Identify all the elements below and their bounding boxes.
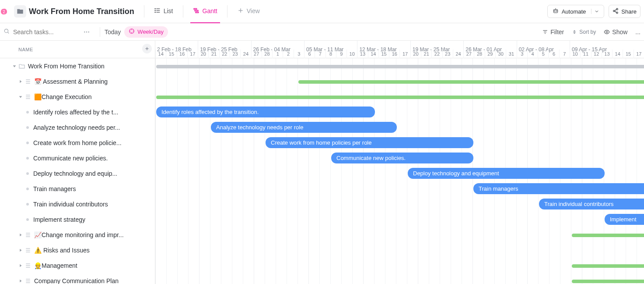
- svg-line-21: [8, 32, 9, 34]
- svg-rect-7: [195, 10, 198, 11]
- timeline-day-label: 4: [527, 50, 538, 58]
- tree-row-label: ⚠️ Risks and Issues: [34, 247, 90, 254]
- timeline-day-label: 7: [559, 50, 570, 58]
- show-button[interactable]: Show: [604, 28, 627, 36]
- gantt-task-bar[interactable]: Communicate new policies.: [331, 153, 473, 163]
- status-dot: [26, 126, 29, 129]
- gantt-task-bar[interactable]: Identify roles affected by the transitio…: [156, 106, 375, 117]
- svg-marker-30: [573, 32, 576, 34]
- gantt-task-bar[interactable]: Create work from home policies per role: [266, 137, 473, 148]
- gantt-summary-bar[interactable]: [572, 234, 644, 237]
- timeline-day-label: 31: [506, 50, 516, 58]
- tab-add-view-label: View: [247, 7, 260, 14]
- timeline-day-label: 12: [591, 50, 602, 58]
- svg-marker-35: [20, 80, 21, 83]
- chevron-down-icon[interactable]: [18, 95, 24, 99]
- tree-group-row[interactable]: ⚠️ Risks and Issues: [0, 242, 155, 258]
- gantt-task-label: Deploy technology and equipment: [413, 170, 499, 177]
- gantt-icon: [193, 7, 200, 15]
- svg-marker-55: [20, 279, 21, 282]
- list-icon: [154, 7, 161, 15]
- tree-row-label: Implement strategy: [33, 216, 85, 223]
- tree-group-row[interactable]: 📅 Assessment & Planning: [0, 74, 155, 89]
- gantt-summary-bar[interactable]: [572, 264, 644, 268]
- tree-group-row[interactable]: 🟧Change Execution: [0, 89, 155, 104]
- timeline-day-label: 14: [368, 50, 378, 58]
- chevron-right-icon[interactable]: [18, 263, 24, 268]
- task-tree: NAME Work From Home Transition📅 Assessme…: [0, 41, 155, 284]
- gantt-summary-bar[interactable]: [156, 96, 644, 99]
- svg-point-13: [556, 11, 557, 11]
- chevron-right-icon[interactable]: [18, 79, 24, 84]
- gantt-task-bar[interactable]: Train individual contributors: [539, 199, 644, 209]
- gantt-summary-bar[interactable]: [298, 80, 644, 84]
- timeline-day-label: 30: [495, 50, 506, 58]
- timeline-day-label: 21: [421, 50, 431, 58]
- tab-add-view[interactable]: View: [234, 0, 262, 23]
- gantt-summary-bar[interactable]: [572, 280, 644, 283]
- tree-group-row[interactable]: 👷Management: [0, 258, 155, 273]
- tree-header: NAME: [0, 41, 155, 58]
- tab-list[interactable]: List: [151, 0, 176, 23]
- tree-group-row[interactable]: Company Communication Plan: [0, 273, 155, 284]
- timeline-day-label: 5: [538, 50, 548, 58]
- divider: [227, 5, 228, 18]
- search-wrap: [4, 28, 78, 36]
- share-button[interactable]: Share: [609, 5, 640, 18]
- tree-task-row[interactable]: Identify roles affected by the t...: [0, 104, 155, 120]
- gantt-task-bar[interactable]: Train managers: [473, 183, 644, 194]
- gantt-summary-row: [155, 89, 644, 104]
- sort-button[interactable]: Sort by: [572, 29, 596, 35]
- overflow-button[interactable]: ...: [635, 28, 640, 36]
- timeline-day-label: 10: [346, 50, 357, 58]
- timeline-day-label: 24: [240, 50, 251, 58]
- gantt-summary-bar[interactable]: [156, 65, 644, 68]
- automate-button[interactable]: Automate: [547, 5, 605, 18]
- gantt-task-row: Deploy technology and equipment: [155, 166, 644, 181]
- tree-task-row[interactable]: Create work from home policie...: [0, 135, 155, 150]
- list-icon: [24, 78, 32, 85]
- timeline-day-label: 20: [198, 50, 208, 58]
- timeline-day-label: 28: [474, 50, 484, 58]
- more-options-button[interactable]: [83, 28, 90, 36]
- tree-header-label: NAME: [18, 47, 33, 52]
- chevron-right-icon[interactable]: [18, 279, 24, 283]
- divider: [100, 27, 100, 37]
- list-icon: [24, 231, 32, 238]
- tab-gantt[interactable]: Gantt: [190, 0, 220, 23]
- chevron-down-icon[interactable]: [11, 64, 18, 68]
- svg-point-15: [616, 8, 618, 10]
- tree-task-row[interactable]: Deploy technology and equip...: [0, 166, 155, 181]
- gantt-panel: 2 Feb - 18 Feb19 Feb - 25 Feb26 Feb - 04…: [155, 41, 644, 284]
- add-column-button[interactable]: [142, 44, 152, 53]
- chevron-right-icon[interactable]: [18, 233, 24, 237]
- gantt-task-label: Train individual contributors: [544, 201, 613, 207]
- tree-task-row[interactable]: Communicate new policies.: [0, 150, 155, 166]
- timescale-selector[interactable]: Week/Day: [124, 26, 168, 38]
- tree-task-row[interactable]: Analyze technology needs per...: [0, 120, 155, 135]
- gantt-task-bar[interactable]: Deploy technology and equipment: [408, 168, 605, 179]
- today-button[interactable]: Today: [105, 28, 121, 36]
- gantt-task-bar[interactable]: Implement: [605, 214, 644, 225]
- timeline-day-label: 29: [485, 50, 495, 58]
- timeline-day-label: 17: [187, 50, 198, 58]
- timeline-day-label: 23: [442, 50, 453, 58]
- svg-point-5: [155, 12, 155, 12]
- tree-group-row[interactable]: 📈Change monitoring and impr...: [0, 227, 155, 242]
- automate-chevron[interactable]: [591, 9, 599, 14]
- gantt-task-bar[interactable]: Analyze technology needs per role: [211, 122, 397, 133]
- timeline-day-label: 1: [272, 50, 283, 58]
- svg-point-24: [88, 31, 89, 32]
- tree-group-row[interactable]: Work From Home Transition: [0, 58, 155, 74]
- tree-task-row[interactable]: Train individual contributors: [0, 196, 155, 212]
- search-input[interactable]: [12, 28, 78, 36]
- tree-task-row[interactable]: Train managers: [0, 181, 155, 196]
- right-controls: Filter Sort by Show ...: [542, 28, 640, 36]
- gantt-task-label: Analyze technology needs per role: [216, 124, 303, 131]
- svg-marker-51: [20, 264, 21, 267]
- gantt-task-row: Train individual contributors: [155, 196, 644, 212]
- filter-button[interactable]: Filter: [542, 28, 564, 36]
- svg-point-4: [155, 10, 155, 11]
- chevron-right-icon[interactable]: [18, 248, 24, 252]
- tree-task-row[interactable]: Implement strategy: [0, 212, 155, 227]
